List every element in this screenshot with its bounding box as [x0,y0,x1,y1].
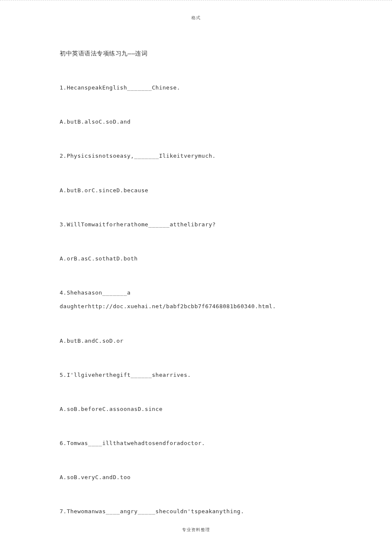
page-header: 格式 [0,15,392,21]
answer-2: A.butB.orC.sinceD.because [60,187,332,194]
question-3: 3.WillTomwaitforherathome______atthelibr… [60,221,332,228]
answer-1: A.butB.alsoC.soD.and [60,118,332,126]
answer-5: A.soB.beforeC.assoonasD.since [60,405,332,413]
question-4-line2: daughterhttp://doc.xuehai.net/babf2bcbb7… [60,303,332,310]
answer-3: A.orB.asC.sothatD.both [60,255,332,263]
document-body: 初中英语语法专项练习九——连词 1.HecanspeakEnglish_____… [60,50,332,542]
question-2: 2.Physicsisnotsoeasy,_______Ilikeitverym… [60,152,332,160]
footer-text: 专业资料整理 [182,527,210,532]
document-title: 初中英语语法专项练习九——连词 [60,50,332,58]
question-4-line1: 4.Shehasason_______a [60,289,332,297]
document-page: 格式 初中英语语法专项练习九——连词 1.HecanspeakEnglish__… [0,0,392,555]
header-text: 格式 [191,15,201,20]
question-6: 6.Tomwas____illthatwehadtosendforadoctor… [60,439,332,447]
page-footer: 专业资料整理 [0,527,392,533]
answer-4: A.butB.andC.soD.or [60,337,332,345]
question-7: 7.Thewomanwas____angry_____shecouldn'tsp… [60,508,332,515]
answer-6: A.soB.veryC.andD.too [60,474,332,481]
question-5: 5.I'llgiveherthegift______shearrives. [60,371,332,379]
question-1: 1.HecanspeakEnglish_______Chinese. [60,84,332,92]
